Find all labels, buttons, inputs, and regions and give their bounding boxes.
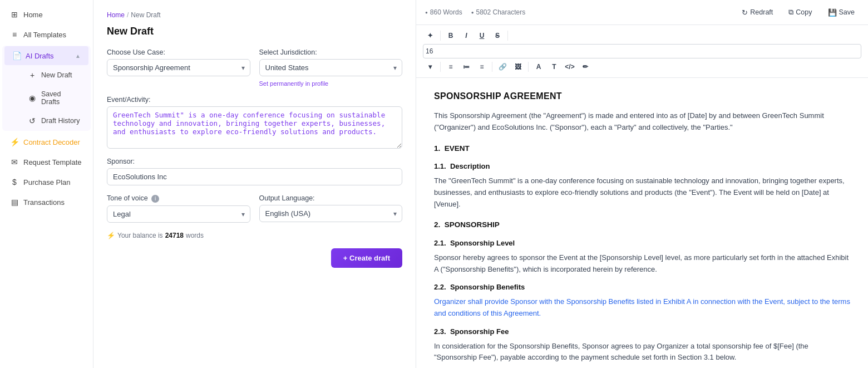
use-case-jurisdiction-row: Choose Use Case: Sponsorship Agreement E… [107, 48, 402, 87]
sidebar-item-request-template[interactable]: ✉ Request Template [2, 153, 91, 171]
link-btn[interactable]: 🔗 [495, 60, 510, 74]
sidebar-item-home[interactable]: ⊞ Home [2, 5, 91, 24]
copy-icon: ⧉ [788, 8, 793, 17]
sidebar-item-contract-decoder[interactable]: ⚡ Contract Decoder [2, 133, 91, 151]
output-lang-label: Output Language: [259, 194, 403, 202]
font-color-btn[interactable]: A [531, 60, 546, 74]
breadcrumb-home[interactable]: Home [107, 11, 125, 19]
sep-1 [440, 31, 441, 41]
ordered-list-btn[interactable]: ≔ [459, 60, 474, 74]
set-permanently-link[interactable]: Set permanently in profile [259, 80, 403, 87]
sidebar-item-contract-decoder-label: Contract Decoder [23, 138, 80, 146]
font-style-btn[interactable]: T [547, 60, 561, 74]
use-case-select[interactable]: Sponsorship Agreement Employment Contrac… [107, 59, 250, 76]
italic-btn[interactable]: I [459, 28, 474, 43]
use-case-label: Choose Use Case: [107, 48, 250, 56]
sidebar-item-purchase-plan[interactable]: $ Purchase Plan [2, 173, 91, 192]
event-group: Event/Activity: GreenTech Summit" is a o… [107, 96, 402, 149]
doc-content: SPONSORSHIP AGREEMENT This Sponsorship A… [416, 78, 868, 368]
sidebar-item-all-templates-label: All Templates [23, 31, 66, 39]
sep-4 [492, 62, 492, 72]
history-icon: ↺ [28, 116, 37, 125]
doc-actions: ↻ Redraft ⧉ Copy 💾 Save [737, 6, 859, 19]
copy-label: Copy [796, 8, 812, 16]
sidebar-item-ai-drafts-label: AI Drafts [26, 52, 54, 60]
content-area: Home / New Draft New Draft Choose Use Ca… [93, 0, 868, 368]
doc-stats: 860 Words 5802 Characters [425, 8, 525, 16]
align-btn[interactable]: ≡ [475, 60, 489, 74]
bolt-icon: ⚡ [107, 232, 115, 239]
underline-btn[interactable]: U [475, 28, 489, 43]
copy-button[interactable]: ⧉ Copy [784, 6, 816, 19]
section-2-1-content: Sponsor hereby agrees to sponsor the Eve… [434, 252, 850, 276]
section-2-3-content: In consideration for the Sponsorship Ben… [434, 341, 850, 364]
section-1-heading: 1. EVENT [434, 143, 850, 155]
section-1-1-content: The "GreenTech Summit" is a one-day conf… [434, 175, 850, 210]
code-btn[interactable]: </> [563, 60, 577, 74]
tone-label: Tone of voice i [107, 194, 250, 203]
unordered-list-btn[interactable]: ≡ [443, 60, 458, 74]
save-button[interactable]: 💾 Save [823, 6, 860, 19]
main-content: Home / New Draft New Draft Choose Use Ca… [93, 0, 868, 368]
sidebar-item-draft-history[interactable]: ↺ Draft History [20, 111, 88, 130]
tone-select[interactable]: Legal Formal Informal [107, 205, 250, 223]
mail-icon: ✉ [10, 158, 19, 166]
jurisdiction-select[interactable]: United States United Kingdom Canada [259, 59, 403, 76]
tone-group: Tone of voice i Legal Formal Informal [107, 194, 250, 223]
dollar-icon: $ [10, 178, 19, 187]
tone-info-icon[interactable]: i [151, 195, 159, 203]
document-icon: 📄 [12, 51, 21, 60]
event-textarea[interactable]: GreenTech Summit" is a one-day conferenc… [107, 106, 402, 149]
sep-3 [440, 62, 441, 72]
redraft-label: Redraft [750, 8, 773, 16]
section-2-3-heading: 2.3. Sponsorship Fee [434, 326, 850, 338]
chevron-up-icon: ▲ [75, 53, 81, 59]
sidebar-item-ai-drafts[interactable]: 📄 AI Drafts ▲ [4, 46, 88, 65]
create-btn-container: + Create draft [107, 248, 402, 268]
create-draft-button[interactable]: + Create draft [331, 248, 402, 268]
redraft-button[interactable]: ↻ Redraft [737, 6, 777, 19]
sidebar-item-new-draft[interactable]: + New Draft [20, 66, 88, 85]
plus-icon: + [28, 71, 37, 80]
doc-format-bar: ✦ B I U S 16 12 14 18 ▾ ≡ ≔ ≡ 🔗 [416, 25, 868, 78]
doc-toolbar-top: 860 Words 5802 Characters ↻ Redraft ⧉ Co… [416, 0, 868, 25]
sidebar-item-home-label: Home [23, 11, 43, 19]
section-1-1-heading: 1.1. Description [434, 161, 850, 173]
sidebar-item-new-draft-label: New Draft [41, 71, 72, 79]
sidebar-item-draft-history-label: Draft History [41, 117, 80, 125]
save-icon: 💾 [828, 8, 837, 17]
ai-drafts-submenu: + New Draft ◉ Saved Drafts ↺ Draft Histo… [2, 66, 91, 130]
sidebar-item-saved-drafts[interactable]: ◉ Saved Drafts [20, 85, 88, 111]
use-case-group: Choose Use Case: Sponsorship Agreement E… [107, 48, 250, 87]
sidebar-item-saved-drafts-label: Saved Drafts [41, 90, 81, 106]
section-2-2-heading: 2.2. Sponsorship Benefits [434, 282, 850, 293]
bold-btn[interactable]: B [443, 28, 458, 43]
breadcrumb-current: New Draft [131, 11, 160, 19]
event-label: Event/Activity: [107, 96, 402, 104]
highlight-btn[interactable]: ✏ [578, 60, 593, 74]
organizer-link: Organizer shall provide Sponsor with the… [434, 297, 850, 317]
chevron-size-btn[interactable]: ▾ [423, 60, 437, 74]
list-icon: ≡ [10, 30, 19, 39]
magic-btn[interactable]: ✦ [423, 28, 437, 43]
breadcrumb: Home / New Draft [107, 11, 402, 19]
section-2-2-content: Organizer shall provide Sponsor with the… [434, 296, 850, 320]
home-icon: ⊞ [10, 10, 19, 19]
output-lang-select[interactable]: English (USA) English (UK) Spanish [259, 205, 403, 222]
strikethrough-btn[interactable]: S [490, 28, 505, 43]
doc-intro: This Sponsorship Agreement (the "Agreeme… [434, 110, 850, 134]
balance-label: Your balance is [117, 232, 163, 239]
balance-unit: words [186, 232, 204, 239]
doc-body[interactable]: This Sponsorship Agreement (the "Agreeme… [434, 110, 850, 364]
sponsor-input[interactable] [107, 168, 402, 185]
image-btn[interactable]: 🖼 [511, 60, 525, 74]
sidebar-item-transactions[interactable]: ▤ Transactions [2, 193, 91, 212]
sidebar-item-transactions-label: Transactions [23, 198, 65, 207]
balance-amount: 24718 [165, 232, 184, 239]
breadcrumb-separator: / [127, 11, 129, 19]
sidebar-item-purchase-plan-label: Purchase Plan [23, 178, 71, 187]
font-size-select[interactable]: 16 12 14 18 [423, 44, 861, 58]
sidebar-item-all-templates[interactable]: ≡ All Templates [2, 25, 91, 44]
ai-drafts-group: 📄 AI Drafts ▲ + New Draft ◉ Saved Drafts… [2, 46, 91, 131]
jurisdiction-select-wrapper: United States United Kingdom Canada [259, 59, 403, 76]
